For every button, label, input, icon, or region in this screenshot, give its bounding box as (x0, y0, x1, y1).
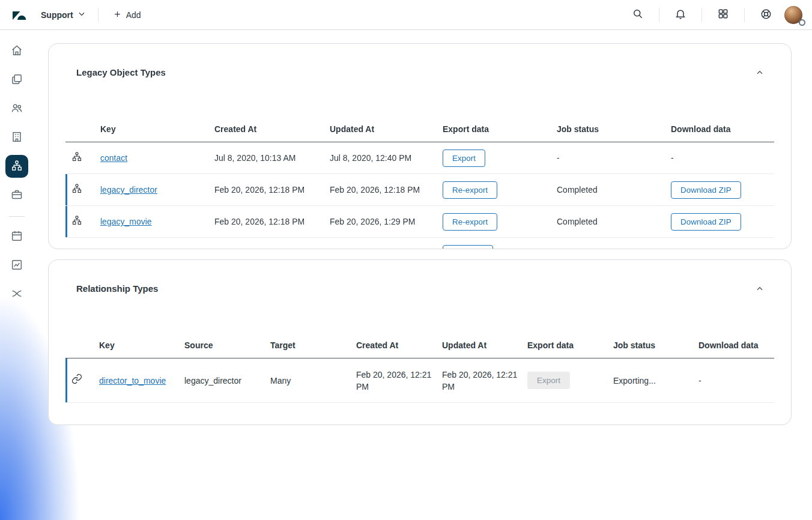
legacy-object-types-card: Legacy Object Types Key Created At Updat… (48, 43, 792, 249)
updated-at-cell: Feb 20, 2026, 12:21 PM (442, 369, 527, 393)
legacy-card-title: Legacy Object Types (76, 67, 166, 79)
topbar-divider (744, 8, 745, 22)
sidebar-divider (9, 216, 25, 217)
sidebar-item-objects[interactable] (5, 155, 28, 178)
top-bar: Support Add (0, 0, 812, 30)
search-icon (632, 8, 644, 22)
relationship-card-title: Relationship Types (76, 283, 158, 295)
user-menu-button[interactable] (784, 5, 804, 25)
column-header-export: Export data (443, 124, 557, 142)
product-name: Support (41, 10, 73, 20)
relationship-collapse-button[interactable] (754, 283, 766, 297)
clipped-export-button[interactable] (443, 245, 493, 250)
relationship-table-header: Key Source Target Created At Updated At … (65, 340, 774, 358)
crossing-arrows-icon (10, 287, 23, 302)
export-button[interactable]: Export (443, 150, 485, 167)
target-cell: Many (270, 375, 356, 387)
download-cell: - (671, 152, 774, 164)
sidebar (0, 30, 34, 520)
sidebar-item-views[interactable] (5, 68, 28, 91)
source-cell: legacy_director (184, 375, 270, 387)
object-key-link[interactable]: legacy_director (100, 185, 157, 195)
topbar-divider (701, 8, 702, 22)
table-row-contact: contact Jul 8, 2020, 10:13 AM Jul 8, 202… (65, 142, 774, 174)
sidebar-item-schedule[interactable] (5, 225, 28, 248)
main-content: Legacy Object Types Key Created At Updat… (34, 30, 812, 520)
search-button[interactable] (626, 4, 649, 26)
relationship-table: Key Source Target Created At Updated At … (65, 340, 774, 403)
briefcase-icon (10, 188, 23, 203)
column-header-target: Target (270, 340, 356, 358)
created-at-cell: Jul 8, 2020, 10:13 AM (214, 152, 330, 164)
status-indicator-icon (799, 19, 805, 26)
created-at-cell: Feb 20, 2026, 12:18 PM (214, 216, 330, 228)
column-header-created: Created At (356, 340, 442, 358)
sidebar-item-home[interactable] (5, 40, 28, 62)
stacked-views-icon (10, 73, 23, 88)
table-row-legacy-movie: legacy_movie Feb 20, 2026, 12:18 PM Feb … (65, 206, 774, 238)
building-icon (10, 130, 23, 145)
sidebar-item-toolbox[interactable] (5, 184, 28, 207)
legacy-table-header: Key Created At Updated At Export data Jo… (65, 124, 774, 142)
column-header-created: Created At (214, 124, 330, 142)
created-at-cell: Feb 20, 2026, 12:18 PM (214, 184, 330, 196)
object-type-icon (71, 151, 82, 165)
job-status-cell: Exporting... (613, 375, 698, 387)
updated-at-cell: Feb 20, 2026, 12:18 PM (330, 184, 443, 196)
link-icon (71, 373, 82, 387)
object-type-icon (71, 215, 82, 229)
re-export-button[interactable]: Re-export (443, 181, 497, 199)
people-icon (10, 101, 23, 116)
column-header-download: Download data (698, 340, 774, 358)
relationship-key-link[interactable]: director_to_movie (99, 376, 166, 385)
job-status-cell: Completed (557, 216, 671, 228)
apps-grid-icon (717, 8, 729, 22)
add-button[interactable]: Add (108, 6, 146, 24)
notifications-button[interactable] (669, 4, 692, 26)
add-button-label: Add (126, 10, 141, 20)
apps-button[interactable] (712, 4, 735, 26)
plus-icon (113, 10, 122, 20)
chevron-up-icon (755, 70, 765, 79)
home-icon (10, 44, 23, 59)
sidebar-item-organizations[interactable] (5, 126, 28, 149)
column-header-download: Download data (671, 124, 774, 142)
sidebar-item-customers[interactable] (5, 97, 28, 120)
column-header-source: Source (184, 340, 270, 358)
download-zip-button[interactable]: Download ZIP (671, 181, 741, 199)
calendar-icon (10, 229, 23, 244)
table-row-legacy-director: legacy_director Feb 20, 2026, 12:18 PM F… (65, 174, 774, 206)
table-row-clipped (65, 238, 774, 249)
legacy-table: Key Created At Updated At Export data Jo… (65, 124, 774, 249)
column-header-export: Export data (527, 340, 613, 358)
download-cell: - (698, 375, 774, 387)
legacy-collapse-button[interactable] (754, 67, 766, 80)
created-at-cell: Feb 20, 2026, 12:21 PM (356, 369, 442, 393)
chevron-up-icon (755, 286, 765, 295)
zendesk-logo-icon (11, 7, 26, 23)
table-row-director-to-movie: director_to_movie legacy_director Many F… (65, 358, 774, 403)
re-export-button[interactable]: Re-export (443, 213, 497, 231)
sidebar-item-workflows[interactable] (5, 283, 28, 306)
relationship-types-card: Relationship Types Key Source Target Cre… (48, 259, 792, 425)
object-hierarchy-icon (11, 160, 23, 174)
chart-icon (10, 258, 23, 273)
life-ring-icon (760, 8, 772, 22)
column-header-updated: Updated At (330, 124, 443, 142)
download-zip-button[interactable]: Download ZIP (671, 213, 741, 231)
topbar-divider (659, 8, 659, 22)
product-switcher[interactable]: Support (38, 6, 88, 23)
column-header-key: Key (100, 124, 214, 142)
updated-at-cell: Jul 8, 2020, 12:40 PM (330, 152, 443, 164)
job-status-cell: Completed (557, 184, 671, 196)
help-button[interactable] (754, 4, 777, 26)
updated-at-cell: Feb 20, 2026, 1:29 PM (330, 216, 443, 228)
sidebar-item-reporting[interactable] (5, 254, 28, 277)
object-key-link[interactable]: legacy_movie (100, 217, 152, 226)
topbar-divider (98, 8, 98, 22)
export-button-disabled[interactable]: Export (527, 372, 570, 389)
column-header-key: Key (99, 340, 184, 358)
object-type-icon (71, 183, 82, 197)
bell-icon (674, 8, 686, 22)
object-key-link[interactable]: contact (100, 153, 127, 163)
